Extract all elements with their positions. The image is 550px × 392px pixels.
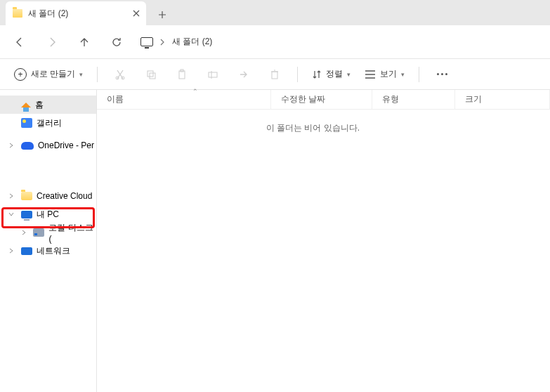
nav-label: 로컬 디스크 ( xyxy=(48,222,96,244)
view-button[interactable]: 보기 ▾ xyxy=(360,64,409,85)
disk-icon xyxy=(33,228,44,237)
navigation-pane: 홈 갤러리 OneDrive - Per Creative Cloud xyxy=(0,90,97,392)
collapse-icon[interactable] xyxy=(8,211,17,217)
more-icon xyxy=(437,73,447,75)
tab-active[interactable]: 새 폴더 (2) xyxy=(6,1,146,25)
folder-icon xyxy=(21,192,32,200)
onedrive-icon xyxy=(21,142,34,150)
svg-rect-3 xyxy=(150,73,155,79)
nav-creative-cloud[interactable]: Creative Cloud xyxy=(0,187,96,205)
paste-button[interactable] xyxy=(169,64,195,85)
column-type[interactable]: 유형 xyxy=(372,90,455,109)
nav-label: OneDrive - Per xyxy=(38,141,94,150)
refresh-button[interactable] xyxy=(105,31,128,53)
nav-label: 네트워크 xyxy=(37,245,70,257)
expand-icon[interactable] xyxy=(8,248,17,254)
expand-icon[interactable] xyxy=(21,230,29,235)
svg-rect-4 xyxy=(179,71,185,79)
nav-this-pc[interactable]: 내 PC xyxy=(0,205,96,223)
pc-icon xyxy=(21,211,32,218)
nav-label: 홈 xyxy=(35,99,44,111)
separator xyxy=(97,67,98,82)
svg-rect-7 xyxy=(272,72,277,79)
sort-button-label: 정렬 xyxy=(326,68,343,80)
column-date[interactable]: 수정한 날짜 xyxy=(271,90,372,109)
column-size[interactable]: 크기 xyxy=(455,90,550,109)
column-name[interactable]: 이름 xyxy=(97,90,271,109)
folder-icon xyxy=(13,9,22,18)
delete-button[interactable] xyxy=(262,64,287,85)
sort-indicator-icon: ⌃ xyxy=(192,88,198,95)
chevron-right-icon xyxy=(160,39,165,46)
svg-rect-2 xyxy=(148,71,153,77)
nav-onedrive[interactable]: OneDrive - Per xyxy=(0,136,96,155)
sort-icon xyxy=(312,70,322,79)
share-button[interactable] xyxy=(231,64,256,85)
file-list-area: ⌃ 이름 수정한 날짜 유형 크기 이 폴더는 비어 있습니다. xyxy=(97,90,550,392)
tab-title: 새 폴더 (2) xyxy=(28,8,126,20)
nav-label: 내 PC xyxy=(37,209,59,221)
breadcrumb[interactable]: 새 폴더 (2) xyxy=(140,36,212,48)
expand-icon[interactable] xyxy=(8,143,17,148)
separator xyxy=(297,67,298,82)
breadcrumb-current[interactable]: 새 폴더 (2) xyxy=(172,36,212,48)
view-icon xyxy=(365,70,376,79)
back-button[interactable] xyxy=(8,31,31,53)
column-headers: ⌃ 이름 수정한 날짜 유형 크기 xyxy=(97,90,550,110)
new-button[interactable]: + 새로 만들기 ▾ xyxy=(10,64,87,85)
cut-button[interactable] xyxy=(107,64,133,85)
svg-rect-6 xyxy=(209,72,217,77)
sort-button[interactable]: 정렬 ▾ xyxy=(308,64,355,85)
new-tab-button[interactable] xyxy=(152,4,173,25)
nav-gallery[interactable]: 갤러리 xyxy=(0,114,96,132)
expand-icon[interactable] xyxy=(8,193,17,199)
up-button[interactable] xyxy=(73,31,96,53)
more-button[interactable] xyxy=(429,64,454,85)
chevron-down-icon: ▾ xyxy=(401,71,405,78)
close-tab-button[interactable] xyxy=(132,9,140,18)
view-button-label: 보기 xyxy=(380,68,397,80)
address-bar: 새 폴더 (2) xyxy=(0,25,550,59)
forward-button[interactable] xyxy=(41,31,63,53)
nav-home[interactable]: 홈 xyxy=(0,96,96,114)
toolbar: + 새로 만들기 ▾ 정렬 ▾ 보기 ▾ xyxy=(0,59,550,90)
new-button-label: 새로 만들기 xyxy=(31,68,75,80)
separator xyxy=(419,67,419,82)
chevron-down-icon: ▾ xyxy=(79,71,83,78)
rename-button[interactable] xyxy=(200,64,225,85)
nav-label: 갤러리 xyxy=(37,117,62,129)
tab-bar: 새 폴더 (2) xyxy=(0,0,550,25)
gallery-icon xyxy=(21,118,32,128)
plus-circle-icon: + xyxy=(14,68,27,81)
empty-folder-message: 이 폴더는 비어 있습니다. xyxy=(97,122,550,134)
home-icon xyxy=(21,103,31,107)
network-icon xyxy=(21,247,32,255)
nav-network[interactable]: 네트워크 xyxy=(0,242,96,260)
chevron-down-icon: ▾ xyxy=(347,71,351,78)
nav-label: Creative Cloud xyxy=(37,191,92,201)
nav-local-disk[interactable]: 로컬 디스크 ( xyxy=(0,223,96,242)
pc-icon xyxy=(140,37,153,46)
copy-button[interactable] xyxy=(138,64,164,85)
